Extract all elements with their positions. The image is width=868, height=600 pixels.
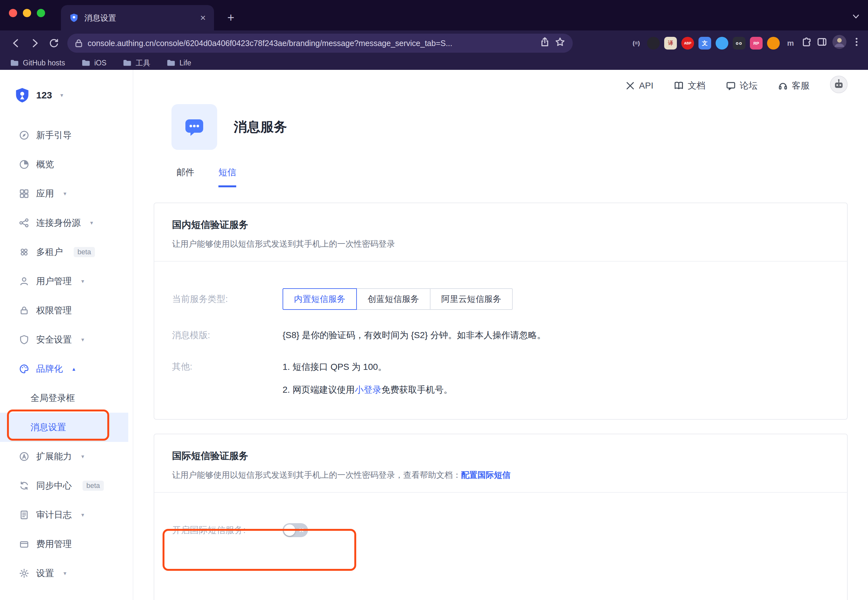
chuanglan-sms-option[interactable]: 创蓝短信服务 xyxy=(356,288,430,310)
forum-link[interactable]: 论坛 xyxy=(726,80,757,92)
pie-icon xyxy=(19,159,29,170)
folder-icon xyxy=(82,59,91,67)
sidebar-item-global-login-box[interactable]: 全局登录框 xyxy=(0,383,128,413)
sidebar-menu: 新手引导 概览 应用 ▾ 连接身份源 ▾ 多租户 xyxy=(0,121,133,588)
card-subtitle: 让用户能够使用以短信形式发送到其手机上的一次性密码登录 xyxy=(172,238,829,250)
minimize-window-button[interactable] xyxy=(23,9,31,17)
chevron-down-icon: ▾ xyxy=(81,511,84,518)
other-row: 其他: 1. 短信接口 QPS 为 100。 2. 网页端建议使用小登录免费获取… xyxy=(172,361,829,396)
new-tab-button[interactable]: + xyxy=(222,9,239,26)
address-bar[interactable]: console.authing.cn/console/6204d0a406f04… xyxy=(67,34,573,53)
bookmark-folder-life[interactable]: Life xyxy=(167,59,191,67)
back-button[interactable] xyxy=(6,34,26,53)
sidebar-item-apps[interactable]: 应用 ▾ xyxy=(0,179,128,208)
sidebar-item-audit-log[interactable]: 审计日志 ▾ xyxy=(0,500,128,530)
forum-icon xyxy=(726,80,736,91)
other-list: 1. 短信接口 QPS 为 100。 2. 网页端建议使用小登录免费获取手机号。 xyxy=(283,361,452,396)
sidebar-item-overview[interactable]: 概览 xyxy=(0,150,128,179)
international-sms-toggle[interactable] xyxy=(283,523,308,537)
browser-tabstrip: 消息设置 × + xyxy=(0,0,868,30)
extension-cluster: (=) 译 ABP 文 oo RP m xyxy=(630,34,862,52)
sidebar-item-identity-sources[interactable]: 连接身份源 ▾ xyxy=(0,208,128,238)
sidebar-item-tenants[interactable]: 多租户 beta xyxy=(0,238,128,267)
configure-international-sms-link[interactable]: 配置国际短信 xyxy=(461,470,510,480)
other-item-1: 1. 短信接口 QPS 为 100。 xyxy=(283,361,452,373)
sidebar-item-billing[interactable]: 费用管理 xyxy=(0,530,128,559)
user-avatar[interactable] xyxy=(830,76,848,96)
browser-menu-icon[interactable] xyxy=(851,37,862,50)
tab-sms[interactable]: 短信 xyxy=(218,166,236,187)
aliyun-sms-option[interactable]: 阿里云短信服务 xyxy=(430,288,513,310)
docs-link[interactable]: 文档 xyxy=(674,80,706,92)
beta-badge: beta xyxy=(83,480,104,491)
message-icon xyxy=(183,116,205,138)
dark-circle-extension-icon[interactable] xyxy=(647,37,660,50)
lock-icon xyxy=(75,39,83,47)
beige-extension-icon[interactable]: 译 xyxy=(664,37,677,50)
bookmark-folder-tools[interactable]: 工具 xyxy=(123,58,150,68)
translate-extension-icon[interactable]: 文 xyxy=(698,37,711,50)
rp-extension-icon[interactable]: RP xyxy=(750,37,763,50)
headset-icon xyxy=(778,80,788,91)
mini-login-link[interactable]: 小登录 xyxy=(354,385,381,395)
divider xyxy=(154,492,847,493)
close-window-button[interactable] xyxy=(9,9,17,17)
gear-icon xyxy=(19,568,29,579)
template-row: 消息模版: {S8} 是你的验证码，有效时间为 {S2} 分钟。如非本人操作请忽… xyxy=(172,329,829,342)
shield-icon xyxy=(19,335,29,345)
browser-profile-avatar[interactable] xyxy=(832,34,847,52)
sidebar-item-permissions[interactable]: 权限管理 xyxy=(0,296,128,325)
extensions-puzzle-icon[interactable] xyxy=(801,36,812,50)
circle-a-icon xyxy=(19,452,29,462)
chevron-down-icon: ▾ xyxy=(90,220,93,226)
card-title: 国际短信验证服务 xyxy=(172,450,829,462)
workspace-switcher[interactable]: 123 ▾ xyxy=(0,83,133,108)
maximize-window-button[interactable] xyxy=(37,9,45,17)
workspace-name: 123 xyxy=(36,90,52,101)
bookmarks-bar: GitHub hosts iOS 工具 Life xyxy=(0,56,868,70)
bookmark-star-icon[interactable] xyxy=(555,37,565,50)
sidebar-item-user-management[interactable]: 用户管理 ▾ xyxy=(0,267,128,296)
support-link[interactable]: 客服 xyxy=(778,80,810,92)
sidebar-item-message-settings[interactable]: 消息设置 xyxy=(0,413,128,442)
goggles-extension-icon[interactable]: oo xyxy=(733,37,745,50)
card-title: 国内短信验证服务 xyxy=(172,218,829,232)
toggle-off-x-icon xyxy=(299,527,304,533)
paren-extension-icon[interactable]: (=) xyxy=(630,37,642,50)
browser-tab[interactable]: 消息设置 × xyxy=(61,5,214,30)
lock-icon xyxy=(19,305,29,315)
other-item-2: 2. 网页端建议使用小登录免费获取手机号。 xyxy=(283,383,452,396)
template-label: 消息模版: xyxy=(172,329,283,341)
side-panel-icon[interactable] xyxy=(816,36,827,50)
bookmark-folder-ios[interactable]: iOS xyxy=(82,59,106,67)
reload-button[interactable] xyxy=(44,34,64,53)
sidebar-item-sync-center[interactable]: 同步中心 beta xyxy=(0,471,128,500)
service-type-label: 当前服务类型: xyxy=(172,293,283,305)
sidebar-item-extensions[interactable]: 扩展能力 ▾ xyxy=(0,442,128,471)
tab-search-chevron-icon[interactable] xyxy=(851,12,860,23)
sidebar-item-guide[interactable]: 新手引导 xyxy=(0,121,128,150)
orange-extension-icon[interactable] xyxy=(767,37,780,50)
builtin-sms-option[interactable]: 内置短信服务 xyxy=(283,288,357,310)
sidebar-item-settings[interactable]: 设置 ▾ xyxy=(0,559,128,588)
other-label: 其他: xyxy=(172,361,283,373)
api-link[interactable]: API xyxy=(625,80,653,91)
message-service-tabs: 邮件 短信 xyxy=(154,166,848,187)
tab-email[interactable]: 邮件 xyxy=(177,166,194,187)
sidebar-item-security[interactable]: 安全设置 ▾ xyxy=(0,325,128,354)
close-tab-icon[interactable]: × xyxy=(200,13,206,23)
forward-button[interactable] xyxy=(26,34,44,53)
adblock-extension-icon[interactable]: ABP xyxy=(681,37,694,50)
share-icon xyxy=(19,218,29,228)
share-icon[interactable] xyxy=(540,37,550,50)
sidebar-item-branding[interactable]: 品牌化 ▴ xyxy=(0,354,128,383)
bookmark-folder-github-hosts[interactable]: GitHub hosts xyxy=(10,59,65,67)
international-toggle-row: 开启国际短信服务: xyxy=(172,523,829,537)
cloud-extension-icon[interactable] xyxy=(716,37,728,50)
main-content: API 文档 论坛 客服 xyxy=(133,70,868,600)
tab-title: 消息设置 xyxy=(85,13,194,23)
service-type-segmented-control: 内置短信服务 创蓝短信服务 阿里云短信服务 xyxy=(283,288,513,310)
international-sms-card: 国际短信验证服务 让用户能够使用以短信形式发送到其手机上的一次性密码登录，查看帮… xyxy=(154,434,848,600)
m-extension-icon[interactable]: m xyxy=(784,37,797,50)
authing-favicon-icon xyxy=(69,13,79,23)
